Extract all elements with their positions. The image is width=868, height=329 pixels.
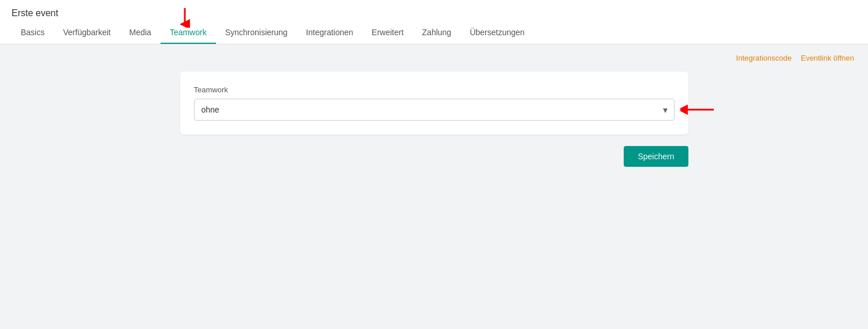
tab-uebersetzungen[interactable]: Übersetzungen: [460, 22, 534, 44]
tab-integrationen[interactable]: Integrationen: [297, 22, 363, 44]
eventlink-link[interactable]: Eventlink öffnen: [801, 54, 854, 62]
tab-teamwork[interactable]: Teamwork: [161, 22, 216, 44]
teamwork-field-label: Teamwork: [194, 85, 675, 94]
teamwork-select-wrapper: ohnemit Teamwork ▾: [194, 99, 675, 121]
page-title: Erste event: [12, 0, 856, 18]
integrationscode-link[interactable]: Integrationscode: [736, 54, 792, 62]
teamwork-card: Teamwork ohnemit Teamwork ▾: [180, 72, 688, 134]
tab-zahlung[interactable]: Zahlung: [413, 22, 461, 44]
tabs-nav: BasicsVerfügbarkeitMediaTeamworkSynchron…: [12, 22, 856, 44]
save-section: Speichern: [180, 146, 688, 167]
tab-erweitert[interactable]: Erweitert: [363, 22, 413, 44]
tab-verfuegbarkeit[interactable]: Verfügbarkeit: [54, 22, 120, 44]
tab-basics[interactable]: Basics: [12, 22, 54, 44]
tab-synchronisierung[interactable]: Synchronisierung: [216, 22, 297, 44]
top-actions: Integrationscode Eventlink öffnen: [14, 54, 854, 62]
teamwork-select[interactable]: ohnemit Teamwork: [194, 99, 675, 121]
tab-media[interactable]: Media: [120, 22, 161, 44]
red-arrow-right-icon: [680, 103, 715, 117]
arrow-annotation-right: [680, 103, 715, 117]
save-button[interactable]: Speichern: [624, 146, 688, 167]
